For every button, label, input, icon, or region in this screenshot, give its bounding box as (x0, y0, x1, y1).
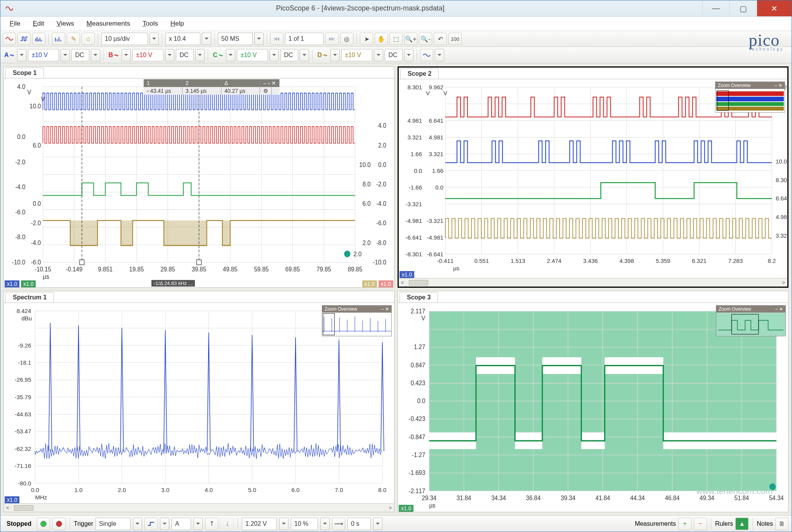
persistence-mode-icon[interactable] (17, 33, 31, 45)
trigger-level[interactable]: 1.202 V (242, 518, 277, 530)
compass-icon[interactable]: ◎ (340, 33, 353, 45)
trigger-source-dd[interactable] (193, 518, 203, 530)
channel-a-menu[interactable] (17, 49, 26, 61)
menu-edit[interactable]: Edit (26, 18, 50, 29)
channel-c-range[interactable]: ±10 V (237, 49, 268, 61)
minimize-button[interactable]: — (702, 0, 729, 16)
siggen-icon[interactable] (420, 49, 433, 61)
scope2-view[interactable]: Scope 2 8.3014.9813.3211.660.0-1.66-3.32… (398, 66, 789, 288)
channel-c-coupling-dd[interactable] (300, 49, 309, 61)
samples-dropdown[interactable] (254, 33, 264, 45)
svg-text:-53.47: -53.47 (15, 428, 31, 435)
zoom-out-icon[interactable]: 🔍- (419, 33, 432, 45)
zoom-factor[interactable]: x 10.4 (165, 33, 200, 45)
scope3-tab[interactable]: Scope 3 (399, 292, 438, 303)
trigger-source[interactable]: A (172, 518, 191, 530)
maximize-button[interactable]: ▢ (729, 0, 757, 16)
svg-text:-3.321: -3.321 (427, 217, 444, 224)
spectrum1-zoom-overview[interactable]: Zoom Overview– ✕ (322, 305, 392, 336)
scope1-view[interactable]: Scope 1 4.00.0-2.0-4.0-6.0-8.0-10.010.06… (3, 66, 394, 288)
main-toolbar: ✎ ⌂ 10 µs/div x 10.4 50 MS ⏮ 1 of 1 ⏭ ◎ … (0, 31, 792, 47)
menu-tools[interactable]: Tools (136, 18, 164, 29)
spectrum1-view[interactable]: Spectrum 1 8.424-9.26-18.1-26.95-35.79-4… (3, 291, 394, 512)
spectrum2-icon[interactable] (52, 33, 65, 45)
svg-text:2.117: 2.117 (411, 308, 426, 315)
menu-file[interactable]: File (3, 18, 26, 29)
spectrum1-hscroll[interactable]: <> (4, 503, 394, 512)
channel-a-coupling-dd[interactable] (91, 49, 100, 61)
menu-views[interactable]: Views (50, 18, 80, 29)
scope2-zoom-overview[interactable]: Zoom Overview– ✕ (715, 82, 785, 113)
scope2-plot[interactable]: 8.3014.9813.3211.660.0-1.66-3.321-4.981-… (399, 79, 787, 278)
scope-mode-icon[interactable] (3, 33, 16, 45)
buffer-display[interactable]: 1 of 1 (285, 33, 324, 45)
buffer-last-icon[interactable]: ⏭ (325, 33, 339, 45)
buffer-first-icon[interactable]: ⏮ (270, 33, 283, 45)
channel-b-menu[interactable] (122, 49, 131, 61)
falling-edge-icon[interactable]: ⤓ (221, 518, 234, 530)
menu-measurements[interactable]: Measurements (80, 18, 136, 29)
trigger-delay[interactable]: 0 s (347, 518, 371, 530)
channel-c-range-dd[interactable] (269, 49, 279, 61)
rulers-icon[interactable]: ▲ (735, 518, 749, 530)
channel-a-range-dd[interactable] (61, 49, 70, 61)
svg-text:V: V (426, 90, 430, 96)
channel-d-range-dd[interactable] (374, 49, 383, 61)
measurements-remove-icon[interactable]: － (694, 518, 707, 530)
trigger-edge-icon[interactable] (144, 518, 158, 530)
svg-text:2.0: 2.0 (353, 251, 361, 258)
scope2-hscroll[interactable]: <> (399, 278, 787, 287)
channel-c-menu[interactable] (226, 49, 235, 61)
svg-text:V: V (443, 90, 448, 96)
scope3-view[interactable]: Scope 3 2.1171.270.8470.4230.0-0.423-0.8… (398, 291, 789, 512)
svg-text:10.0: 10.0 (359, 161, 371, 168)
close-button[interactable]: ✕ (757, 0, 792, 16)
zoom-dropdown[interactable] (202, 33, 211, 45)
channel-d-coupling-dd[interactable] (404, 49, 413, 61)
samples-select[interactable]: 50 MS (218, 33, 253, 45)
channel-b-coupling[interactable]: DC (176, 49, 194, 61)
zoom-100-icon[interactable]: 100 (448, 33, 462, 45)
zoom-in-icon[interactable]: 🔍+ (404, 33, 417, 45)
stop-button[interactable] (52, 518, 66, 530)
spectrum1-plot[interactable]: 8.424-9.26-18.1-26.95-35.79-44.63-53.47-… (4, 303, 394, 503)
siggen-dd[interactable] (435, 49, 444, 61)
trigger-pretrig[interactable]: 10 % (291, 518, 318, 530)
run-button[interactable] (37, 518, 50, 530)
rising-edge-icon[interactable]: ⤒ (205, 518, 218, 530)
channel-a-coupling[interactable]: DC (71, 49, 89, 61)
scope3-zoom-overview[interactable]: Zoom Overview– ✕ (716, 305, 786, 336)
channel-a-range[interactable]: ±10 V (28, 49, 59, 61)
zoom-rect-icon[interactable]: ⬚ (389, 33, 403, 45)
delta-freq: ▫1/Δ 24.83 kHz , , (151, 280, 195, 287)
channel-d-coupling[interactable]: DC (385, 49, 403, 61)
scope2-tab[interactable]: Scope 2 (400, 68, 439, 79)
channel-c-coupling[interactable]: DC (280, 49, 298, 61)
delay-icon[interactable]: ⟿ (332, 518, 345, 530)
channel-b-coupling-dd[interactable] (195, 49, 205, 61)
measurements-add-icon[interactable]: ＋ (678, 518, 691, 530)
channel-b-range[interactable]: ±10 V (132, 49, 163, 61)
timebase-dropdown[interactable] (149, 33, 159, 45)
trigger-mode[interactable]: Single (96, 518, 130, 530)
scope1-tab[interactable]: Scope 1 (5, 68, 44, 78)
channel-b-range-dd[interactable] (165, 49, 174, 61)
channel-d-range[interactable]: ±10 V (341, 49, 372, 61)
notes-icon[interactable]: 🗎 (775, 518, 789, 530)
scope1-plot[interactable]: 4.00.0-2.0-4.0-6.0-8.0-10.010.06.00.0-2.… (4, 78, 394, 287)
trigger-mode-dd[interactable] (133, 518, 142, 530)
wand-icon[interactable]: ✎ (67, 33, 80, 45)
svg-text:6.0: 6.0 (292, 487, 300, 493)
pointer-icon[interactable]: ➤ (360, 33, 373, 45)
scope3-plot[interactable]: 2.1171.270.8470.4230.0-0.423-0.847-1.27-… (398, 303, 788, 512)
trigger-edge-dd[interactable] (160, 518, 169, 530)
spectrum1-tab[interactable]: Spectrum 1 (5, 292, 54, 303)
spectrum-mode-icon[interactable] (32, 33, 45, 45)
svg-text:-10.0: -10.0 (12, 259, 26, 266)
channel-d-menu[interactable] (330, 49, 340, 61)
home-icon[interactable]: ⌂ (82, 33, 95, 45)
menu-help[interactable]: Help (164, 18, 190, 29)
timebase-select[interactable]: 10 µs/div (101, 33, 148, 45)
undo-icon[interactable]: ↶ (434, 33, 447, 45)
hand-icon[interactable]: ✋ (375, 33, 388, 45)
